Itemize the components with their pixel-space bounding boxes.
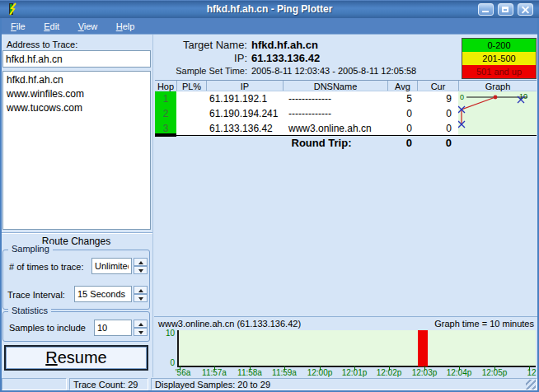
hop-dns: ------------- (283, 106, 387, 121)
hop-cur: 0 (417, 106, 458, 121)
table-bottom-border (155, 135, 537, 136)
timeline-title: www3.online.ah.cn (61.133.136.42) (158, 319, 301, 329)
sample-x-marks (458, 96, 524, 128)
hop-number: 2 (155, 106, 176, 121)
chevron-down-icon (138, 297, 143, 301)
x-axis-label: 12:02p (377, 368, 402, 377)
close-button[interactable] (518, 3, 533, 16)
target-name-value: hfkd.hf.ah.cn (251, 39, 318, 51)
x-axis-label: 12:03p (412, 368, 438, 377)
sampling-group-label: Sampling (8, 244, 53, 254)
address-list-item[interactable]: www.tucows.com (3, 101, 150, 115)
times-to-trace-input[interactable] (91, 258, 132, 274)
address-to-trace-label: Address to Trace: (7, 40, 77, 49)
maximize-icon (502, 7, 509, 12)
hop-avg: 0 (387, 121, 417, 136)
trace-interval-spinner (134, 286, 148, 302)
header-hop[interactable]: Hop (155, 81, 176, 91)
x-axis-label: 12 (527, 368, 536, 377)
window-title: hfkd.hf.ah.cn - Ping Plotter (0, 0, 539, 18)
round-trip-cur: 0 (417, 137, 458, 149)
statusbar-panel-empty (2, 378, 67, 390)
window-border-left (0, 18, 2, 392)
hop-table-header: Hop PL% IP DNSName Avg Cur Graph (155, 80, 537, 91)
minimize-button[interactable] (478, 3, 494, 16)
x-axis-label: 12:01p (342, 368, 368, 377)
spin-up-button[interactable] (134, 320, 148, 328)
legend-yellow: 201-500 (462, 52, 536, 65)
statistics-group-label: Statistics (8, 306, 51, 315)
header-graph[interactable]: Graph (458, 81, 537, 91)
address-history-list[interactable]: hfkd.hf.ah.cn www.winfiles.com www.tucow… (2, 71, 151, 230)
header-pl[interactable]: PL% (176, 81, 206, 91)
sample-set-time-value: 2005-8-11 12:03:43 - 2005-8-11 12:05:58 (251, 66, 416, 76)
x-axis-label: 12:04p (447, 368, 472, 377)
y-axis-max: 10 (162, 329, 175, 338)
graph-time-label: Graph time = 10 minutes (369, 319, 534, 329)
minimize-icon (482, 11, 489, 12)
samples-spinner (134, 320, 148, 336)
hop-dns: ------------- (283, 91, 387, 106)
menu-file[interactable]: File (3, 19, 33, 35)
packet-loss-bar (418, 330, 428, 366)
trace-interval-label: Trace Interval: (7, 290, 65, 300)
header-avg[interactable]: Avg (387, 81, 417, 91)
address-list-item[interactable]: www.winfiles.com (3, 87, 150, 101)
address-list-item[interactable]: hfkd.hf.ah.cn (3, 73, 150, 87)
timeline-top-border (154, 316, 539, 317)
spin-down-button[interactable] (134, 294, 148, 302)
packet-loss (176, 106, 206, 121)
samples-to-include-input[interactable] (94, 320, 132, 336)
round-trip-label: Round Trip: (280, 137, 363, 149)
timeline-plot[interactable] (177, 330, 536, 367)
times-to-trace-label: # of times to trace: (9, 262, 83, 272)
ip-label: IP: (155, 52, 247, 64)
hop-ip: 61.191.192.1 (206, 91, 283, 106)
hop-ip: 61.133.136.42 (206, 121, 283, 136)
sample-set-time-label: Sample Set Time: (155, 66, 247, 76)
x-axis-label: 12:00p (307, 368, 333, 377)
menubar: File Edit View Help (0, 18, 539, 35)
x-axis-label: 11:58a (237, 368, 262, 377)
header-dnsname[interactable]: DNSName (283, 81, 387, 91)
statistics-group: Statistics Samples to include (2, 311, 150, 342)
titlebar[interactable]: hfkd.hf.ah.cn - Ping Plotter (0, 0, 539, 18)
menu-help[interactable]: Help (109, 19, 143, 35)
times-to-trace-spinner (134, 258, 148, 274)
maximize-button[interactable] (498, 3, 513, 16)
resize-grip[interactable] (526, 380, 536, 390)
x-axis-label: '56a (176, 368, 191, 377)
chevron-up-icon (138, 289, 143, 292)
legend-red: 501 and up (462, 65, 536, 78)
address-input[interactable] (2, 50, 151, 68)
hop-number: 1 (155, 91, 176, 106)
legend-green: 0-200 (462, 39, 536, 52)
ip-value: 61.133.136.42 (251, 52, 320, 64)
sampling-group: Sampling # of times to trace: Trace Inte… (2, 250, 150, 310)
hop-ip: 61.190.194.241 (206, 106, 283, 121)
spin-up-button[interactable] (134, 286, 148, 294)
hop-cur: 0 (417, 121, 458, 136)
spin-up-button[interactable] (134, 258, 148, 266)
header-ip[interactable]: IP (206, 81, 283, 91)
menu-edit[interactable]: Edit (36, 19, 67, 35)
packet-loss (176, 121, 206, 136)
spin-down-button[interactable] (134, 328, 148, 336)
spin-down-button[interactable] (134, 266, 148, 274)
left-panel-separator (0, 232, 152, 234)
target-name-label: Target Name: (155, 39, 247, 51)
resume-button-label: Resume (6, 347, 147, 369)
trace-interval-input[interactable] (74, 286, 132, 302)
ping-plotter-window: hfkd.hf.ah.cn - Ping Plotter File Edit V… (0, 0, 539, 392)
panel-divider (152, 35, 153, 377)
hop-cur: 9 (417, 91, 458, 106)
header-cur[interactable]: Cur (417, 81, 458, 91)
hop-dns: www3.online.ah.cn (283, 121, 387, 136)
latency-legend: 0-200 201-500 501 and up (462, 38, 537, 79)
statusbar-trace-count: Trace Count: 29 (69, 378, 148, 390)
statusbar-displayed-samples: Displayed Samples: 20 to 29 (151, 378, 537, 390)
svg-text:0: 0 (460, 93, 464, 101)
chevron-down-icon (138, 331, 143, 334)
resume-button[interactable]: Resume (4, 345, 148, 371)
menu-view[interactable]: View (71, 19, 105, 35)
